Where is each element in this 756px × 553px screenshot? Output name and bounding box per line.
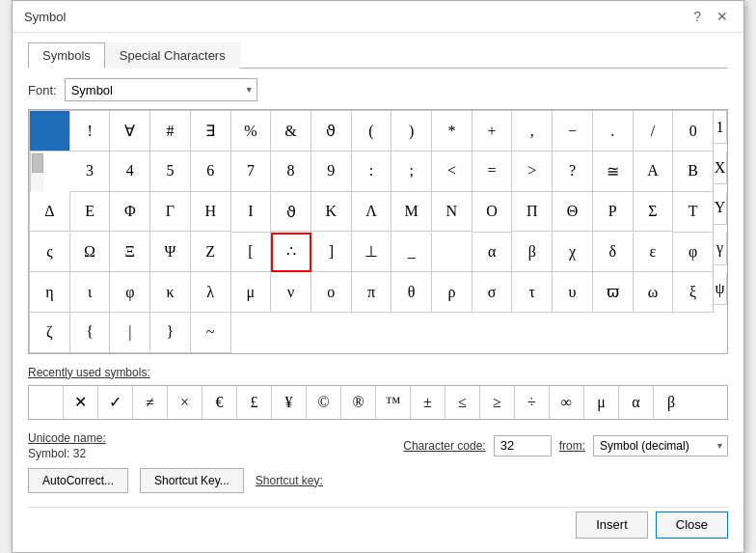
recent-cell[interactable]: ≥ [480, 386, 515, 419]
symbol-cell[interactable]: Ψ [150, 233, 191, 273]
symbol-cell[interactable]: & [271, 111, 311, 152]
symbol-cell[interactable]: Η [191, 192, 231, 233]
from-select[interactable]: Symbol (decimal) Unicode (hex) [593, 435, 728, 456]
recent-cell[interactable]: © [307, 386, 341, 419]
tab-special-characters[interactable]: Special Characters [105, 42, 240, 69]
symbol-cell[interactable]: Ι [231, 192, 272, 233]
symbol-cell[interactable]: Α [634, 152, 674, 192]
symbol-cell[interactable]: Σ [634, 192, 674, 233]
help-button[interactable]: ? [689, 9, 705, 24]
recent-cell[interactable]: ✓ [98, 386, 133, 419]
symbol-cell[interactable]: ; [392, 152, 432, 192]
symbol-cell[interactable]: 6 [191, 152, 231, 192]
recent-cell[interactable]: ≤ [446, 386, 480, 419]
tab-symbols[interactable]: Symbols [28, 42, 105, 69]
symbol-cell[interactable]: ι [70, 272, 111, 313]
symbol-cell[interactable]: π [352, 272, 392, 313]
symbol-cell[interactable]: 8 [271, 152, 311, 192]
symbol-cell[interactable]: ∀ [110, 111, 150, 152]
symbol-cell[interactable]: − [553, 111, 593, 152]
symbol-cell[interactable]: : [352, 152, 392, 192]
symbol-cell[interactable]: τ [512, 272, 553, 313]
symbol-cell[interactable]: Υ [714, 192, 727, 225]
close-title-button[interactable]: ✕ [713, 9, 732, 24]
symbol-cell[interactable]: < [432, 152, 472, 192]
symbol-cell[interactable]: ⊥ [352, 233, 392, 273]
symbol-cell[interactable]: ( [352, 111, 392, 152]
symbol-cell[interactable]: γ [714, 233, 727, 265]
symbol-cell[interactable]: . [593, 111, 634, 152]
symbol-cell[interactable]: υ [553, 272, 593, 313]
recent-cell[interactable]: € [202, 386, 237, 419]
symbol-cell[interactable]: # [150, 111, 191, 152]
symbol-cell[interactable]: Ζ [191, 233, 231, 273]
recent-cell[interactable]: β [654, 386, 688, 419]
symbol-cell[interactable]: 3 [70, 152, 111, 192]
recent-cell[interactable]: × [168, 386, 202, 419]
recent-cell[interactable]: ® [341, 386, 376, 419]
symbol-cell[interactable]: Ρ [593, 192, 634, 233]
symbol-cell[interactable]: ς [30, 233, 70, 273]
symbol-cell[interactable]: Θ [553, 192, 593, 233]
recent-cell[interactable]: ✕ [64, 386, 98, 419]
recent-cell[interactable]: ¥ [272, 386, 307, 419]
symbol-cell[interactable]: | [110, 313, 150, 353]
symbol-cell[interactable]: 9 [311, 152, 352, 192]
symbol-cell[interactable]: μ [231, 272, 272, 313]
symbol-cell[interactable]: ] [311, 233, 352, 273]
symbol-cell[interactable]: ο [311, 272, 352, 313]
symbol-cell[interactable]: Τ [673, 192, 714, 233]
symbol-cell[interactable]: ϖ [593, 272, 634, 313]
symbol-cell[interactable]: = [472, 152, 513, 192]
symbol-cell[interactable]: Ο [472, 192, 513, 233]
symbol-cell[interactable]: Χ [714, 152, 727, 184]
symbol-cell[interactable]: Ν [432, 192, 472, 233]
recent-cell[interactable]: μ [584, 386, 619, 419]
recent-cell[interactable]: ™ [376, 386, 411, 419]
symbol-cell[interactable]: ~ [191, 313, 231, 353]
symbol-cell[interactable]: ε [634, 233, 674, 273]
symbol-cell[interactable]: 5 [150, 152, 191, 192]
symbol-cell[interactable]: ν [271, 272, 311, 313]
symbol-cell[interactable]: ϑ [311, 111, 352, 152]
symbol-cell[interactable]: % [231, 111, 272, 152]
symbol-cell[interactable]: κ [150, 272, 191, 313]
symbol-cell[interactable]: Ε [70, 192, 111, 233]
symbol-cell[interactable]: / [634, 111, 674, 152]
symbol-cell[interactable]: Π [512, 192, 553, 233]
shortcut-key-button[interactable]: Shortcut Key... [140, 468, 244, 493]
symbol-cell[interactable]: ! [70, 111, 111, 152]
symbol-cell[interactable]: Γ [150, 192, 191, 233]
symbol-cell[interactable]: ξ [673, 272, 714, 313]
symbol-cell[interactable]: [ [231, 233, 272, 273]
symbol-cell[interactable]: Δ [30, 192, 70, 233]
recent-cell[interactable] [29, 386, 64, 419]
symbol-cell[interactable]: + [472, 111, 513, 152]
symbol-cell[interactable]: , [512, 111, 553, 152]
symbol-cell[interactable]: λ [191, 272, 231, 313]
symbol-cell[interactable]: Μ [392, 192, 432, 233]
symbol-cell[interactable]: Λ [352, 192, 392, 233]
symbol-cell[interactable]: δ [593, 233, 634, 273]
symbol-cell[interactable]: ) [392, 111, 432, 152]
symbol-cell[interactable]: η [30, 272, 70, 313]
symbol-cell[interactable]: _ [392, 233, 432, 273]
symbol-cell[interactable]: Φ [110, 192, 150, 233]
symbol-cell[interactable]: α [472, 233, 513, 273]
close-button[interactable]: Close [656, 512, 728, 539]
symbol-cell[interactable]: ω [634, 272, 674, 313]
symbol-cell[interactable] [30, 111, 70, 152]
symbol-cell[interactable]: σ [472, 272, 513, 313]
insert-button[interactable]: Insert [576, 512, 648, 539]
recent-cell[interactable]: ÷ [515, 386, 550, 419]
symbol-cell[interactable]: 7 [231, 152, 272, 192]
recent-cell[interactable]: £ [237, 386, 272, 419]
recent-cell[interactable]: ≠ [133, 386, 168, 419]
symbol-cell[interactable]: ζ [30, 313, 70, 353]
symbol-cell[interactable]: Β [673, 152, 714, 192]
symbol-cell[interactable]: ρ [432, 272, 472, 313]
font-select[interactable] [65, 78, 257, 101]
symbol-cell[interactable]: ≅ [593, 152, 634, 192]
symbol-cell[interactable]: φ [673, 233, 714, 273]
recent-cell[interactable]: ∞ [550, 386, 584, 419]
